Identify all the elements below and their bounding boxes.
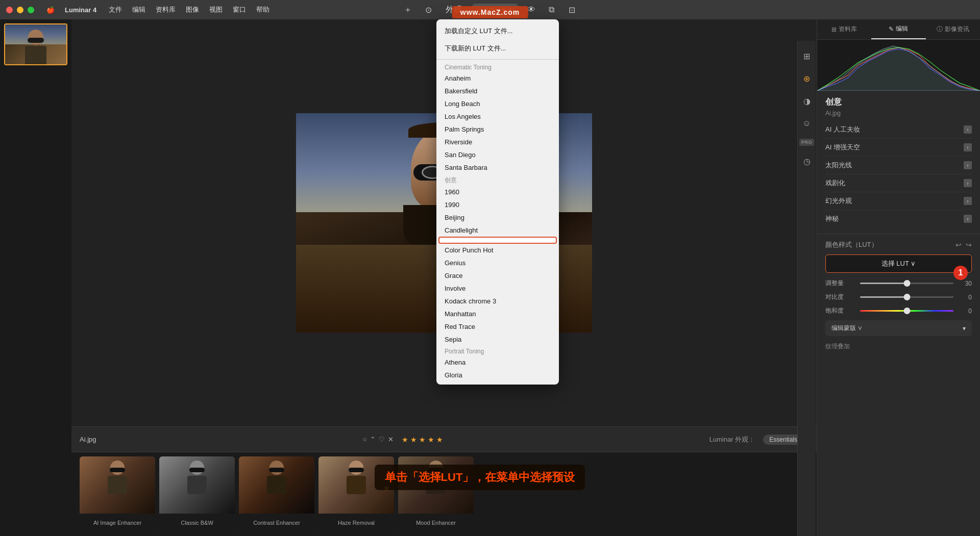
- tab-library[interactable]: ⊞ 资料库: [817, 19, 871, 39]
- module-ai-makeup[interactable]: AI 人工夫妆 ›: [825, 121, 972, 139]
- lut-bakersfield[interactable]: Bakersfield: [436, 85, 559, 97]
- lut-color-punch-cold[interactable]: [438, 237, 557, 244]
- lut-genius[interactable]: Genius: [436, 257, 559, 269]
- luminar-look-label: Luminar 外观：: [709, 435, 755, 444]
- lut-anaheim[interactable]: Anaheim: [436, 72, 559, 85]
- instruction-overlay: 单击「选择LUT」，在菜单中选择预设: [143, 465, 817, 490]
- redo-icon[interactable]: ↪: [966, 241, 972, 249]
- menu-library[interactable]: 资料库: [152, 4, 180, 15]
- adjust-icon[interactable]: ⊛: [800, 71, 814, 86]
- thumb-label: Contrast Enhancer: [239, 514, 314, 532]
- select-lut-button[interactable]: 选择 LUT ∨: [825, 254, 972, 273]
- lut-riverside[interactable]: Riverside: [436, 136, 559, 148]
- edit-icon: ✎: [889, 25, 894, 33]
- color-icon[interactable]: ◑: [800, 94, 814, 108]
- heart-icon: ♡: [379, 436, 385, 443]
- lut-color-punch-hot[interactable]: Color Punch Hot: [436, 244, 559, 257]
- crop-icon[interactable]: ⊡: [565, 3, 579, 17]
- slider-label: 饱和度: [825, 307, 856, 315]
- lut-title: 颜色样式（LUT） ↩ ↪: [825, 240, 972, 249]
- tab-info[interactable]: ⓘ 影像资讯: [926, 19, 980, 39]
- clock-icon[interactable]: ◷: [800, 154, 814, 168]
- slider-track[interactable]: [860, 283, 953, 284]
- slider-label: 对比度: [825, 293, 856, 301]
- module-toggle[interactable]: ›: [964, 215, 972, 223]
- download-new-lut[interactable]: 下载新的 LUT 文件...: [436, 40, 559, 57]
- look-icon[interactable]: ⊙: [421, 3, 435, 17]
- app-name[interactable]: Luminar 4: [61, 5, 101, 15]
- traffic-lights: [6, 7, 34, 13]
- module-toggle[interactable]: ›: [964, 143, 972, 151]
- apple-menu[interactable]: 🍎: [42, 5, 59, 15]
- minimize-button[interactable]: [17, 7, 23, 13]
- lut-palm-springs[interactable]: Palm Springs: [436, 123, 559, 136]
- file-subtitle: Ai.jpg: [825, 110, 972, 117]
- badge-1: 1: [953, 266, 968, 280]
- lut-athena[interactable]: Athena: [436, 356, 559, 369]
- close-button[interactable]: [6, 7, 13, 13]
- module-toggle[interactable]: ›: [964, 197, 972, 205]
- lut-long-beach[interactable]: Long Beach: [436, 97, 559, 110]
- slider-track-color[interactable]: [860, 310, 953, 312]
- menu-file[interactable]: 文件: [105, 4, 126, 15]
- dropdown-icon: ▾: [963, 325, 966, 332]
- layers-icon[interactable]: ⊞: [800, 49, 814, 63]
- menu-image[interactable]: 图像: [182, 4, 203, 15]
- filmstrip-thumb[interactable]: [4, 23, 67, 65]
- side-icons: ⊞ ⊛ ◑ ☺ PRO ◷ ••: [797, 41, 816, 536]
- menu-edit[interactable]: 编辑: [128, 4, 150, 15]
- maximize-button[interactable]: [28, 7, 34, 13]
- caret-up-icon: ⌃: [370, 436, 376, 443]
- slider-label: 调整量: [825, 279, 856, 288]
- add-button[interactable]: ＋: [401, 3, 415, 17]
- slider-track[interactable]: [860, 296, 953, 298]
- module-sunrays[interactable]: 太阳光线 ›: [825, 157, 972, 174]
- lut-kodack-chrome[interactable]: Kodack chrome 3: [436, 295, 559, 308]
- tab-edit[interactable]: ✎ 编辑: [871, 19, 925, 39]
- menu-help[interactable]: 帮助: [252, 4, 274, 15]
- lut-1960[interactable]: 1960: [436, 186, 559, 198]
- thumb-image: [5, 24, 66, 64]
- lut-los-angeles[interactable]: Los Angeles: [436, 110, 559, 123]
- module-toggle[interactable]: ›: [964, 125, 972, 134]
- info-icon: ⓘ: [937, 25, 943, 34]
- slider-value: 0: [958, 308, 972, 315]
- module-toggle[interactable]: ›: [964, 161, 972, 169]
- section-cinematic: Cinematic Toning: [436, 62, 559, 72]
- dropdown-menu: 加载自定义 LUT 文件... 下载新的 LUT 文件... Cinematic…: [436, 19, 559, 385]
- slider-adjustment: 调整量 30: [825, 279, 972, 288]
- compare-icon[interactable]: ⧉: [545, 3, 559, 17]
- panel-title: 创意: [825, 97, 972, 108]
- lut-sepia[interactable]: Sepia: [436, 333, 559, 346]
- module-drama[interactable]: 戏剧化 ›: [825, 174, 972, 192]
- lut-red-trace[interactable]: Red Trace: [436, 320, 559, 333]
- module-glow[interactable]: 幻光外观 ›: [825, 192, 972, 210]
- lut-involve[interactable]: Involve: [436, 282, 559, 295]
- module-ai-sky[interactable]: AI 增强天空 ›: [825, 139, 972, 157]
- lut-candlelight[interactable]: Candlelight: [436, 224, 559, 237]
- star-rating: ★★★★★: [402, 436, 443, 444]
- load-custom-lut[interactable]: 加载自定义 LUT 文件...: [436, 22, 559, 40]
- slider-value: 30: [958, 280, 972, 287]
- face-icon[interactable]: ☺: [800, 116, 814, 131]
- module-toggle[interactable]: ›: [964, 179, 972, 187]
- lut-grace[interactable]: Grace: [436, 269, 559, 282]
- lut-santa-barbara[interactable]: Santa Barbara: [436, 161, 559, 174]
- lut-1990[interactable]: 1990: [436, 198, 559, 211]
- thumb-label: AI Image Enhancer: [80, 514, 155, 532]
- lut-gloria[interactable]: Gloria: [436, 369, 559, 381]
- edit-mask-button[interactable]: 编辑蒙版 ∨ ▾: [825, 320, 972, 336]
- menu-window[interactable]: 窗口: [229, 4, 250, 15]
- menu-view[interactable]: 视图: [205, 4, 227, 15]
- x-rating-icon: ✕: [388, 436, 394, 443]
- slider-saturation: 饱和度 0: [825, 307, 972, 315]
- lut-manhattan[interactable]: Manhattan: [436, 308, 559, 320]
- undo-icon[interactable]: ↩: [955, 241, 962, 249]
- panel-section-creative: 创意 Ai.jpg AI 人工夫妆 › AI 增强天空 › 太阳光线 › 戏剧化…: [817, 91, 980, 234]
- slider-value: 0: [958, 294, 972, 301]
- lut-section: 颜色样式（LUT） ↩ ↪ 选择 LUT ∨ 1 调整量 30: [817, 234, 980, 357]
- module-mystery[interactable]: 神秘 ›: [825, 210, 972, 227]
- lut-san-diego[interactable]: San Diego: [436, 148, 559, 161]
- lut-beijing[interactable]: Beijing: [436, 211, 559, 224]
- menu-bar: 🍎 Luminar 4 文件 编辑 资料库 图像 视图 窗口 帮助: [42, 4, 274, 15]
